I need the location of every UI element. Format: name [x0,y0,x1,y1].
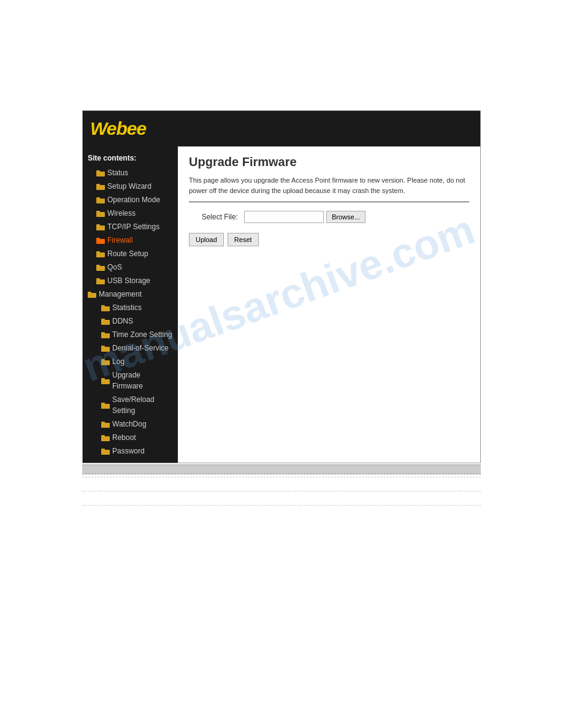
form-actions: Upload Reset [189,233,469,246]
sidebar-item-statistics[interactable]: Statistics [83,301,178,314]
svg-rect-20 [101,306,110,311]
svg-rect-22 [101,320,110,325]
dotted-lines [82,477,481,506]
sidebar-item-route-setup[interactable]: Route Setup [83,247,178,260]
svg-rect-5 [96,197,100,199]
sidebar-item-reboot[interactable]: Reboot [83,431,178,444]
bottom-section [82,464,481,519]
folder-icon [101,421,110,428]
dotted-line-1 [82,477,481,477]
svg-rect-11 [96,238,100,240]
upload-button[interactable]: Upload [189,233,224,246]
bottom-bar [82,464,481,474]
folder-icon [101,318,110,325]
svg-rect-25 [101,332,105,334]
sidebar-item-qos[interactable]: QoS [83,260,178,274]
svg-rect-1 [96,170,100,172]
svg-rect-8 [96,226,105,230]
svg-rect-6 [96,212,105,217]
sidebar-item-status[interactable]: Status [83,166,178,180]
svg-rect-17 [96,278,100,280]
folder-icon [96,197,105,203]
folder-icon [101,305,110,311]
sidebar-item-usb-storage[interactable]: USB Storage [83,274,178,287]
folder-icon [96,251,105,257]
svg-rect-37 [101,435,105,437]
folder-icon [88,291,96,298]
dotted-line-3 [82,505,481,506]
svg-rect-15 [96,265,100,267]
sidebar-item-password[interactable]: Password [83,444,178,458]
dotted-line-2 [82,491,481,491]
svg-rect-7 [96,211,100,213]
folder-icon [101,345,110,352]
folder-icon [101,377,110,384]
svg-rect-12 [96,252,105,257]
svg-rect-19 [88,292,91,294]
header-bar: Webee [83,111,480,146]
svg-rect-35 [101,422,105,423]
sidebar-item-tcpip[interactable]: TCP/IP Settings [83,220,178,233]
sidebar-item-wireless[interactable]: Wireless [83,207,178,220]
svg-rect-16 [96,279,105,284]
sidebar-item-setup-wizard[interactable]: Setup Wizard [83,180,178,193]
page-title: Upgrade Firmware [189,155,469,169]
content-divider [189,202,469,202]
browse-button[interactable]: Browse... [326,211,366,223]
reset-button[interactable]: Reset [228,233,259,246]
folder-icon [96,183,105,190]
svg-rect-18 [88,293,96,298]
svg-rect-13 [96,251,100,253]
sidebar-item-management[interactable]: Management [83,287,178,301]
svg-rect-29 [101,359,105,361]
folder-icon [96,170,105,176]
svg-rect-2 [96,185,105,190]
page-wrapper: Webee Site contents: Status [0,0,563,728]
folder-icon [101,402,110,409]
svg-rect-9 [96,224,100,226]
svg-rect-0 [96,172,105,176]
select-file-row: Select File: Browse... [189,211,469,223]
folder-icon [96,278,105,284]
content-area: Upgrade Firmware This page allows you up… [178,146,480,463]
svg-rect-10 [96,239,105,244]
folder-icon [101,448,110,455]
folder-icon [101,358,110,365]
svg-rect-3 [96,184,100,186]
svg-rect-34 [101,423,110,428]
svg-rect-26 [101,347,110,352]
svg-rect-32 [101,404,110,409]
folder-icon [96,224,105,230]
browser-frame: Webee Site contents: Status [82,110,481,463]
main-layout: Site contents: Status Setup Wizard [83,146,480,463]
svg-rect-36 [101,436,110,441]
sidebar-item-upgrade-firmware[interactable]: Upgrade Firmware [83,368,178,393]
svg-rect-28 [101,360,110,365]
sidebar-item-timezone[interactable]: Time Zone Setting [83,328,178,341]
folder-icon [96,264,105,271]
svg-rect-39 [101,449,105,450]
sidebar-item-ddns[interactable]: DDNS [83,314,178,328]
description-text: This page allows you upgrade the Access … [189,175,469,195]
folder-icon [101,434,110,441]
svg-rect-33 [101,403,105,404]
sidebar-item-firewall[interactable]: Firewall [83,233,178,247]
svg-rect-14 [96,266,105,271]
svg-rect-27 [101,346,105,347]
svg-rect-31 [101,378,105,380]
folder-icon [96,210,105,217]
sidebar-item-log[interactable]: Log [83,355,178,368]
sidebar-item-denial-of-service[interactable]: Denial-of-Service [83,341,178,355]
svg-rect-23 [101,319,105,320]
sidebar-item-save-reload[interactable]: Save/Reload Setting [83,393,178,417]
sidebar-item-operation-mode[interactable]: Operation Mode [83,193,178,207]
folder-icon [96,237,105,244]
svg-rect-24 [101,333,110,338]
svg-rect-38 [101,450,110,455]
folder-icon [101,332,110,338]
sidebar-title: Site contents: [83,151,178,166]
logo: Webee [90,118,146,139]
select-file-label: Select File: [189,213,238,221]
file-path-input[interactable] [244,211,324,223]
sidebar-item-watchdog[interactable]: WatchDog [83,417,178,431]
